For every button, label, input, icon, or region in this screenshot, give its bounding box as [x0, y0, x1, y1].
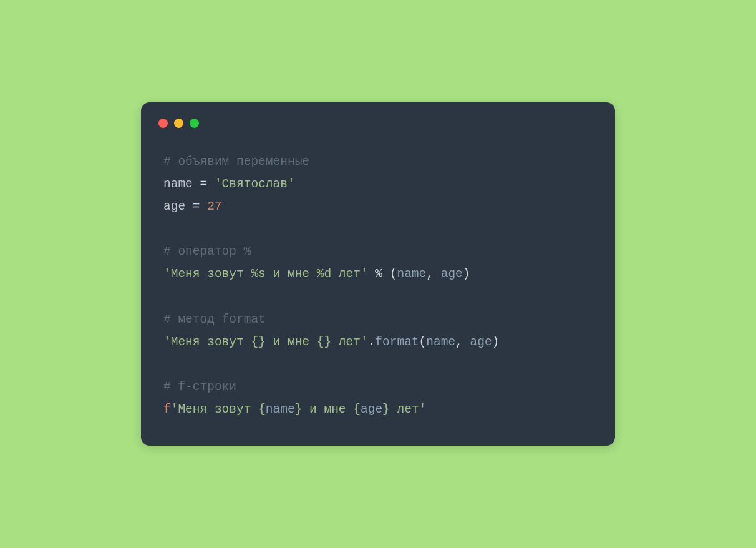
code-punct: .: [368, 335, 376, 349]
code-string-prefix: f: [163, 403, 171, 416]
code-punct: ): [463, 267, 470, 281]
code-brace: }: [382, 403, 390, 416]
code-comment: # объявим переменные: [163, 155, 309, 169]
code-punct: (: [419, 335, 427, 349]
code-identifier: name: [426, 335, 455, 349]
code-function: format: [375, 335, 419, 349]
code-string: лет': [390, 403, 427, 416]
code-identifier: age: [470, 335, 492, 349]
code-operator: % (: [368, 267, 397, 281]
window-controls: [158, 119, 593, 128]
code-block: # объявим переменные name = 'Святослав' …: [163, 150, 593, 421]
minimize-icon[interactable]: [174, 119, 183, 128]
code-comment: # оператор %: [163, 245, 251, 258]
code-comment: # метод format: [163, 313, 266, 326]
code-operator: =: [185, 200, 207, 213]
code-variable: age: [163, 200, 185, 213]
code-comment: # f-строки: [163, 380, 236, 394]
code-variable: name: [163, 177, 193, 191]
code-string: 'Меня зовут {} и мне {} лет': [163, 335, 368, 349]
close-icon[interactable]: [158, 119, 168, 128]
code-punct: ): [492, 335, 500, 349]
code-punct: ,: [455, 335, 470, 349]
code-identifier: name: [397, 267, 426, 281]
code-identifier: age: [361, 403, 382, 416]
code-punct: ,: [426, 267, 440, 281]
code-string: 'Меня зовут: [171, 403, 258, 416]
code-brace: {: [258, 403, 266, 416]
zoom-icon[interactable]: [190, 119, 199, 128]
code-string: и мне: [302, 403, 353, 416]
code-window: # объявим переменные name = 'Святослав' …: [141, 102, 615, 446]
code-string: 'Меня зовут %s и мне %d лет': [163, 267, 368, 281]
code-identifier: age: [441, 267, 463, 281]
code-identifier: name: [266, 403, 295, 416]
code-brace: }: [295, 403, 303, 416]
code-string: 'Святослав': [215, 177, 295, 191]
code-number: 27: [207, 200, 221, 213]
code-brace: {: [353, 403, 361, 416]
code-operator: =: [193, 177, 215, 191]
